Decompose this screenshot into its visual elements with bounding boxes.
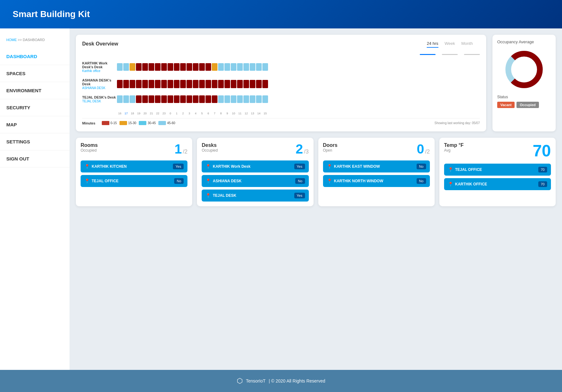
location-icon-1-2: 📍 <box>205 193 211 198</box>
x-label-6: 22 <box>155 112 161 115</box>
location-icon-3-0: 📍 <box>448 167 453 172</box>
tab-24hrs[interactable]: 24 hrs <box>427 41 438 48</box>
bar-2-0 <box>117 95 123 103</box>
bar-0-0 <box>117 63 123 71</box>
tab-bar-24hrs <box>420 54 436 55</box>
card-item-0-1: 📍 TEJAL OFFICE No <box>81 175 187 187</box>
breadcrumb-separator: >> <box>18 38 22 42</box>
chart-link-2[interactable]: TEJAL DESK <box>82 100 101 103</box>
metric-subtitle-3: Avg <box>444 148 464 153</box>
bar-1-18 <box>231 80 236 88</box>
sidebar-item-signout[interactable]: SIGN OUT <box>0 150 70 167</box>
bar-2-15 <box>212 95 217 103</box>
location-icon-1-0: 📍 <box>205 164 211 169</box>
card-item-3-1: 📍 KARTHIK OFFICE 70 <box>444 178 551 190</box>
sidebar-item-security[interactable]: SECURITY <box>0 99 70 116</box>
bar-2-22 <box>256 95 262 103</box>
occupancy-title: Occupancy Average <box>497 39 534 44</box>
sidebar-item-dashboard[interactable]: DASHBOARD <box>0 48 70 65</box>
legend-text-1: 15-30 <box>128 121 137 125</box>
bar-2-17 <box>224 95 230 103</box>
bar-0-23 <box>262 63 268 71</box>
legend-text-2: 30-45 <box>148 121 156 125</box>
bar-1-15 <box>212 80 217 88</box>
x-label-14: 6 <box>205 112 211 115</box>
metric-value-section-0: 1 /2 <box>174 142 187 156</box>
x-axis: 16171819202122230123456789101112131415 <box>82 112 480 115</box>
x-label-7: 23 <box>161 112 167 115</box>
chart-link-0[interactable]: Karthik office <box>82 69 101 73</box>
x-label-20: 12 <box>243 112 249 115</box>
x-label-10: 2 <box>180 112 186 115</box>
item-name-1-2: 📍 TEJAL DESK <box>205 193 236 198</box>
donut-chart <box>504 49 545 90</box>
desk-overview-card: Desk Overview 24 hrs Week Month <box>76 35 486 131</box>
tab-week[interactable]: Week <box>445 41 455 48</box>
item-status-0-0: Yes <box>173 164 184 169</box>
chart-label-2: TEJAL DESK's DeskTEJAL DESK <box>82 95 117 103</box>
sidebar-item-spaces[interactable]: SPACES <box>0 65 70 82</box>
chart-link-1[interactable]: ASHIANA DESK <box>82 86 105 90</box>
bar-1-13 <box>199 80 205 88</box>
bar-2-6 <box>155 95 161 103</box>
bar-1-16 <box>218 80 224 88</box>
x-label-22: 14 <box>256 112 262 115</box>
metric-header-1: Desks Occupied 2 /3 <box>202 142 308 156</box>
x-label-13: 5 <box>199 112 205 115</box>
bar-2-8 <box>168 95 173 103</box>
metric-type-0: Rooms <box>81 142 98 148</box>
metric-title-0: Rooms Occupied <box>81 142 98 153</box>
legend-row: Minutes 0-1515-3030-4545-60 Showing last… <box>82 118 480 125</box>
bar-0-6 <box>155 63 161 71</box>
bar-1-17 <box>224 80 230 88</box>
status-section: Status Vacant Occupied <box>497 95 551 108</box>
metric-type-2: Doors <box>323 142 338 148</box>
bar-0-10 <box>180 63 186 71</box>
x-label-4: 20 <box>142 112 148 115</box>
metric-value-3: 70 <box>533 142 551 159</box>
item-name-3-0: 📍 TEJAL OFFICE <box>448 167 482 172</box>
x-label-0: 16 <box>117 112 123 115</box>
bar-0-14 <box>205 63 211 71</box>
bar-0-13 <box>199 63 205 71</box>
metric-subtitle-2: Open <box>323 148 338 153</box>
item-name-2-0: 📍 KARTHIK EAST WINDOW <box>327 164 380 169</box>
bar-2-16 <box>218 95 224 103</box>
bar-0-11 <box>186 63 192 71</box>
sidebar-item-map[interactable]: MAP <box>0 116 70 133</box>
metric-value-1: 2 <box>296 142 303 156</box>
item-name-3-1: 📍 KARTHIK OFFICE <box>448 182 487 187</box>
bar-2-19 <box>237 95 243 103</box>
bar-1-6 <box>155 80 161 88</box>
bar-1-2 <box>130 80 135 88</box>
card-item-1-1: 📍 ASHIANA DESK No <box>202 175 308 187</box>
legend-item-3: 45-60 <box>158 121 175 125</box>
bar-0-12 <box>193 63 199 71</box>
item-name-2-1: 📍 KARTHIK NORTH WINDOW <box>327 178 383 184</box>
footer-copyright: | © 2020 All Rights Reserved <box>269 378 325 383</box>
bar-2-12 <box>193 95 199 103</box>
breadcrumb-home[interactable]: HOME <box>6 38 17 42</box>
item-status-1-1: No <box>295 178 305 184</box>
metric-header-0: Rooms Occupied 1 /2 <box>81 142 187 156</box>
card-item-0-0: 📍 KARTHIK KITCHEN Yes <box>81 160 187 172</box>
bar-0-19 <box>237 63 243 71</box>
x-label-15: 7 <box>212 112 217 115</box>
metric-card-1: Desks Occupied 2 /3 📍 KARTHIK Work Desk … <box>197 138 313 206</box>
item-status-2-1: No <box>417 178 426 184</box>
metric-value-0: 1 <box>174 142 182 156</box>
tab-month[interactable]: Month <box>461 41 473 48</box>
legend-box-2 <box>139 121 146 125</box>
sidebar-item-environment[interactable]: ENVIRONMENT <box>0 82 70 99</box>
legend-box-3 <box>158 121 166 125</box>
sidebar-item-settings[interactable]: SETTINGS <box>0 133 70 150</box>
content-area: Desk Overview 24 hrs Week Month <box>70 28 562 370</box>
metric-card-3: Temp °F Avg 70 📍 TEJAL OFFICE 70 <box>439 138 556 206</box>
x-label-17: 9 <box>224 112 230 115</box>
metric-title-2: Doors Open <box>323 142 338 153</box>
bar-2-10 <box>180 95 186 103</box>
bar-2-7 <box>161 95 167 103</box>
chart-area: KARTHIK Work Desk's DeskKarthik officeAS… <box>82 60 480 110</box>
card-item-1-0: 📍 KARTHIK Work Desk Yes <box>202 160 308 172</box>
location-icon-0-1: 📍 <box>84 178 90 184</box>
